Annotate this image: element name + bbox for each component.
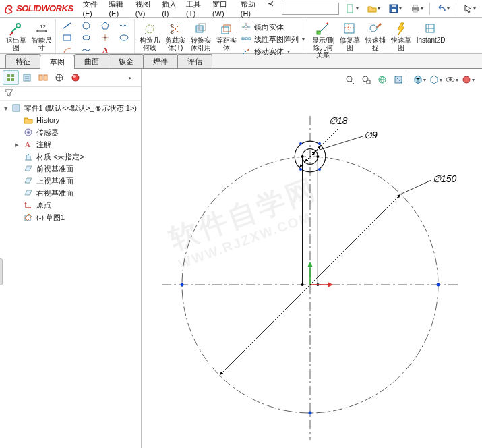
side-tab-display[interactable]: [67, 70, 84, 85]
side-tab-flyout[interactable]: ▸: [122, 70, 138, 85]
svg-point-15: [120, 35, 128, 40]
menu-edit[interactable]: 编辑(E): [106, 0, 131, 19]
convert-entities-button[interactable]: 转换实 体引用: [189, 20, 212, 51]
ellipse-tool[interactable]: [116, 32, 132, 43]
hide-show-button[interactable]: ▾: [444, 73, 459, 86]
smart-dimension-button[interactable]: 12 智能尺 寸: [30, 20, 53, 51]
point-tool[interactable]: [97, 32, 113, 43]
tab-weldment[interactable]: 焊件: [143, 54, 178, 68]
ribbon-label: 等距实 体: [216, 36, 237, 51]
undo-button[interactable]: ▾: [433, 2, 453, 16]
tree-material[interactable]: 材质 <未指定>: [13, 150, 138, 163]
svg-point-7: [16, 24, 20, 28]
side-tab-configuration[interactable]: [35, 70, 51, 85]
menu-tools[interactable]: 工具(T): [183, 0, 208, 19]
repair-sketch-button[interactable]: 修复草 图: [338, 20, 361, 51]
zoom-to-area-button[interactable]: [359, 73, 373, 86]
menu-overflow[interactable]: ⊀: [265, 0, 276, 19]
svg-rect-3: [392, 5, 396, 7]
polygon-tool[interactable]: [97, 20, 113, 31]
tree-origin[interactable]: 原点: [13, 199, 138, 211]
dimension-d150[interactable]: ∅150: [433, 173, 457, 184]
ribbon-group-sketch: 退出草 图 12 智能尺 寸: [3, 19, 56, 53]
panel-splitter[interactable]: [0, 258, 3, 285]
section-view-button[interactable]: [391, 73, 406, 86]
svg-rect-44: [25, 215, 30, 221]
ribbon-label: 剪裁实 体(T): [165, 36, 185, 51]
tab-evaluate[interactable]: 评估: [177, 54, 212, 68]
menu-view[interactable]: 视图(V): [133, 0, 158, 19]
previous-view-button[interactable]: [375, 73, 390, 86]
move-entities-button[interactable]: 移动实体▾: [241, 46, 305, 57]
slot-tool[interactable]: [78, 32, 94, 43]
tree-sensors[interactable]: 传感器: [13, 126, 138, 138]
save-button[interactable]: ▾: [385, 2, 405, 16]
menu-insert[interactable]: 插入(I): [159, 0, 182, 19]
rapid-sketch-button[interactable]: 快速草 图: [390, 20, 413, 51]
ellipse-icon: [119, 34, 129, 42]
dimension-d9[interactable]: ∅9: [364, 130, 378, 140]
menu-file[interactable]: 文件(F): [80, 0, 105, 19]
zoom-to-fit-button[interactable]: [342, 73, 357, 86]
tree-root[interactable]: ▾ 零件1 (默认<<默认>_显示状态 1>): [3, 102, 138, 114]
tab-surface[interactable]: 曲面: [74, 54, 109, 68]
view-orientation-button[interactable]: ▾: [412, 73, 427, 86]
expand-icon[interactable]: ▸: [13, 140, 20, 149]
instant2d-button[interactable]: Instant2D: [415, 20, 447, 44]
svg-rect-30: [7, 74, 10, 77]
linear-pattern-button[interactable]: 线性草图阵列▾: [241, 34, 305, 45]
side-tab-property-manager[interactable]: [19, 70, 35, 85]
ribbon-label: 转换实 体引用: [191, 36, 211, 51]
tree-right-plane[interactable]: 右视基准面: [13, 187, 138, 199]
eye-icon: [446, 75, 455, 84]
arc-tool[interactable]: [59, 45, 76, 55]
tree-label: 上视基准面: [36, 176, 73, 186]
open-button[interactable]: ▾: [363, 2, 384, 16]
tree-sketch1[interactable]: (-) 草图1: [13, 211, 138, 223]
tab-sheetmetal[interactable]: 钣金: [109, 54, 144, 68]
new-doc-button[interactable]: ▾: [342, 2, 362, 16]
tree-label: 原点: [36, 200, 51, 211]
side-tab-dimxpert[interactable]: [51, 70, 67, 85]
svg-point-67: [301, 283, 304, 286]
appearance-button[interactable]: ▾: [460, 73, 475, 86]
menu-help[interactable]: 帮助(H): [238, 0, 264, 19]
graphics-area[interactable]: ▾ ▾ ▾ ▾ 软件自学网 WWW.RJZXW.COM: [142, 69, 482, 448]
line-tool[interactable]: [59, 20, 76, 31]
construction-geometry-button[interactable]: 构造几 何线: [138, 20, 161, 51]
tree-annotations[interactable]: ▸ A 注解: [13, 138, 138, 150]
side-tab-feature-tree[interactable]: [3, 70, 19, 85]
circle-tool[interactable]: [78, 20, 94, 31]
exit-sketch-button[interactable]: 退出草 图: [5, 20, 28, 51]
ribbon-label: Instant2D: [417, 36, 446, 44]
quick-snap-button[interactable]: 快速捕 捉: [364, 20, 387, 51]
dimension-d18[interactable]: ∅18: [329, 115, 348, 126]
svg-rect-31: [11, 74, 14, 77]
command-search-input[interactable]: [282, 3, 339, 15]
ribbon-label: 退出草 图: [6, 36, 26, 51]
tree-filter-bar: [0, 87, 141, 101]
tree-top-plane[interactable]: 上视基准面: [13, 175, 138, 187]
magnifier-icon: [345, 75, 355, 84]
mirror-entities-button[interactable]: 镜向实体: [241, 22, 305, 32]
linear-pattern-icon: [241, 34, 251, 45]
tree-front-plane[interactable]: 前视基准面: [13, 163, 138, 175]
trim-entities-button[interactable]: 剪裁实 体(T): [164, 20, 187, 51]
dimxpert-icon: [55, 73, 64, 82]
menu-window[interactable]: 窗口(W): [210, 0, 237, 19]
tab-sketch[interactable]: 草图: [40, 55, 75, 69]
svg-point-65: [299, 168, 302, 171]
offset-entities-button[interactable]: 等距实 体: [215, 20, 238, 51]
tree-history[interactable]: History: [13, 114, 138, 126]
display-relations-button[interactable]: 显示/删 除几何 关系: [311, 20, 336, 59]
wave-tool[interactable]: [116, 20, 132, 31]
select-button[interactable]: ▾: [459, 2, 479, 16]
display-style-button[interactable]: ▾: [428, 73, 443, 86]
print-button[interactable]: ▾: [406, 2, 427, 16]
magnifier-area-icon: [361, 75, 371, 84]
svg-point-62: [309, 412, 312, 415]
tab-features[interactable]: 特征: [5, 54, 40, 68]
rectangle-tool[interactable]: [59, 32, 76, 43]
convert-entities-icon: [193, 22, 208, 36]
cube-icon: [413, 75, 423, 84]
